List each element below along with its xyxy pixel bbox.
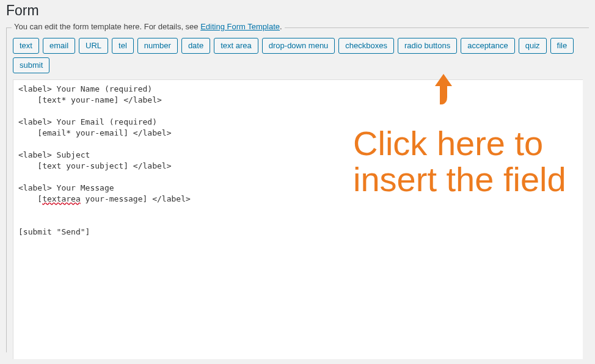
editor-line: [text* your-name] </label> — [18, 95, 162, 104]
tag-email-button[interactable]: email — [43, 38, 75, 54]
editor-line: [textarea your-message] </label> — [18, 194, 191, 203]
tag-quiz-button[interactable]: quiz — [519, 38, 547, 54]
legend-prefix: You can edit the form template here. For… — [14, 22, 200, 31]
editor-line: <label> Your Name (required) — [18, 84, 152, 93]
tag-button-row: text email URL tel number date text area… — [13, 38, 583, 73]
tag-date-button[interactable]: date — [181, 38, 210, 54]
tag-dropdown-button[interactable]: drop-down menu — [262, 38, 335, 54]
tag-acceptance-button[interactable]: acceptance — [461, 38, 515, 54]
tag-url-button[interactable]: URL — [79, 38, 108, 54]
form-template-editor[interactable]: <label> Your Name (required) [text* your… — [13, 79, 583, 359]
tag-submit-button[interactable]: submit — [13, 57, 49, 73]
tag-radio-button[interactable]: radio buttons — [398, 38, 457, 54]
tag-checkboxes-button[interactable]: checkboxes — [338, 38, 394, 54]
editor-line: [submit "Send"] — [18, 227, 90, 236]
fieldset-legend: You can edit the form template here. For… — [12, 22, 285, 31]
tag-text-button[interactable]: text — [13, 38, 39, 54]
editor-line: <label> Your Email (required) — [18, 117, 157, 126]
editing-form-template-link[interactable]: Editing Form Template — [200, 22, 280, 31]
tag-tel-button[interactable]: tel — [112, 38, 134, 54]
editor-line: [email* your-email] </label> — [18, 128, 171, 137]
spell-error: textarea — [42, 194, 81, 203]
legend-suffix: . — [280, 22, 282, 31]
form-fieldset: You can edit the form template here. For… — [6, 27, 589, 352]
tag-file-button[interactable]: file — [550, 38, 574, 54]
page-title: Form — [0, 0, 595, 25]
tag-textarea-button[interactable]: text area — [214, 38, 258, 54]
editor-line: <label> Subject — [18, 150, 90, 159]
editor-line: [text your-subject] </label> — [18, 161, 171, 170]
tag-number-button[interactable]: number — [137, 38, 178, 54]
editor-line: <label> Your Message — [18, 183, 114, 192]
